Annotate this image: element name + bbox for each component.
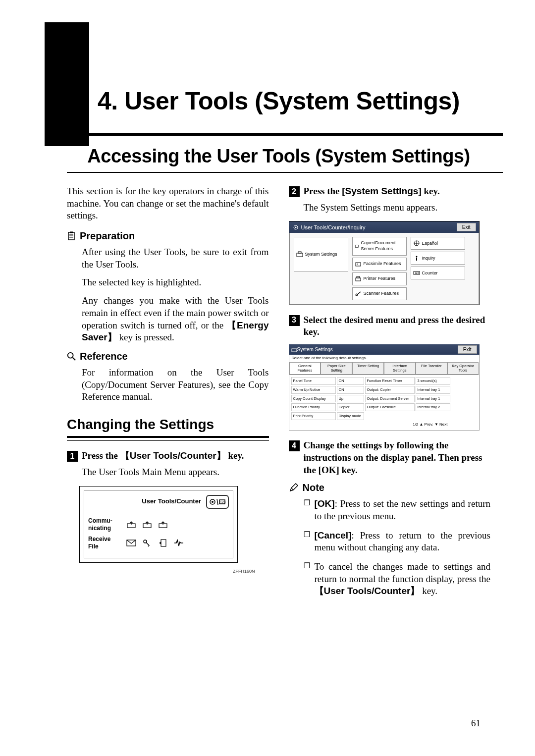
cell: Function Priority [291,403,336,411]
step-3-instruction: Select the desired menu and press the de… [304,314,491,338]
document-page: 4. User Tools (System Settings) Accessin… [0,0,535,756]
step-2-body: The System Settings menu appears. [304,202,491,214]
system-settings-key: [System Settings] [342,186,421,196]
svg-rect-26 [357,276,360,278]
preparation-heading: Preparation [67,229,269,242]
step-number-badge: 4 [289,440,300,451]
cell: Internal tray 1 [416,386,450,394]
svg-point-29 [416,256,417,258]
printer-features-button: Printer Features [352,272,407,285]
left-column: This section is for the key operators in… [67,185,269,604]
tray-icon [142,521,152,529]
step-2-instruction: Press the [System Settings] key. [304,185,440,198]
svg-rect-30 [416,258,417,261]
text: Press the [82,450,120,461]
document-arrow-icon [158,539,168,547]
svg-rect-33 [292,349,297,352]
text: Counter [422,270,438,276]
cell: Output: Copier [365,386,415,394]
key-label: 】 [410,586,420,596]
text: Press the [304,186,342,196]
pencil-icon [289,483,299,492]
step-4: 4 Change the settings by following the i… [289,439,491,476]
text: Inquiry [422,256,435,262]
cell: ON [337,377,364,385]
note-label: Note [303,481,324,494]
tray-icon [158,521,168,529]
text: key. [420,586,437,596]
user-tools-counter-key: User Tools/Counter [130,450,216,461]
step-1-instruction: Press the 【User Tools/Counter】 key. [82,450,244,462]
text: Español [422,241,438,247]
panel3-title: System Settings [297,346,333,353]
cancel-key: [Cancel] [315,530,352,540]
ref-p1: For information on the User Tools (Copy/… [82,367,269,403]
cell: Print Priority [291,412,336,420]
svg-text:123: 123 [220,500,226,504]
control-panel-illustration: User Tools/Counter 123 Commu- nicating R… [79,486,238,563]
fax-icon [355,261,362,267]
svg-line-6 [73,358,75,360]
note-list: [OK]: Press to set the new settings and … [304,498,491,597]
system-settings-screenshot: System Settings Exit Select one of the f… [289,344,480,431]
svg-point-8 [212,501,214,503]
step-number-badge: 3 [289,315,300,326]
svg-line-9 [217,499,218,505]
info-icon [413,255,420,261]
rule [67,440,269,441]
receive-file-label: Receive File [88,536,120,551]
tab: Interface Settings [384,362,416,375]
rule [67,172,503,173]
svg-rect-21 [298,252,301,253]
text: Scanner Features [364,291,399,297]
text: Facsimile Features [364,261,401,267]
key-label: 【 [120,450,130,461]
cell: Warm Up Notice [291,386,336,394]
cell: Display mode [337,412,364,420]
chapter-accent-bar [45,22,89,146]
svg-line-34 [291,488,293,490]
text: System Settings [305,252,337,258]
cell: Internal tray 1 [416,395,450,403]
reference-heading: Reference [67,350,269,363]
two-column-layout: This section is for the key operators in… [67,185,490,604]
page-number: 61 [471,718,481,729]
communicating-label: Commu- nicating [88,517,120,533]
counter-icon: 123 [413,270,420,276]
gear-icon [292,224,299,230]
step-1: 1 Press the 【User Tools/Counter】 key. [67,450,269,462]
subsection-title: Changing the Settings [67,416,269,433]
note-item-ok: [OK]: Press to set the new settings and … [304,498,491,522]
pulse-icon [174,539,184,547]
clipboard-icon [67,231,76,240]
svg-point-5 [68,353,73,358]
svg-point-24 [357,264,358,265]
figure-code: ZFFH160N [67,569,255,575]
cell: Function Reset Timer [365,377,415,385]
note-item-cancel-changes: To cancel the changes made to settings a… [304,561,491,597]
chapter-title: 4. User Tools (System Settings) [45,22,490,115]
text: key. [422,186,440,196]
text: key. [226,450,244,461]
step-number-badge: 2 [289,186,300,197]
prep-p3: Any changes you make with the User Tools… [82,295,269,344]
svg-rect-25 [356,278,361,281]
scanner-features-button: Scanner Features [352,287,407,300]
tray-icon [126,521,136,529]
tab: Key Operator Tools [447,362,479,375]
preparation-body: After using the User Tools, be sure to e… [82,246,269,344]
step-4-instruction: Change the settings by following the ins… [304,439,491,476]
cell: Output: Facsimile [365,403,415,411]
cell [416,412,450,420]
key-label: 【 [227,320,237,330]
scanner-icon [355,291,362,297]
panel-label: User Tools/Counter [142,497,201,506]
exit-button: Exit [458,345,477,354]
key-label: 【 [315,586,324,596]
printer-icon [355,276,362,282]
tools-icon [296,251,303,257]
step-2: 2 Press the [System Settings] key. [289,185,491,198]
key-icon [142,539,152,547]
cell: Output: Document Server [365,395,415,403]
section-title: Accessing the User Tools (System Setting… [45,136,490,167]
